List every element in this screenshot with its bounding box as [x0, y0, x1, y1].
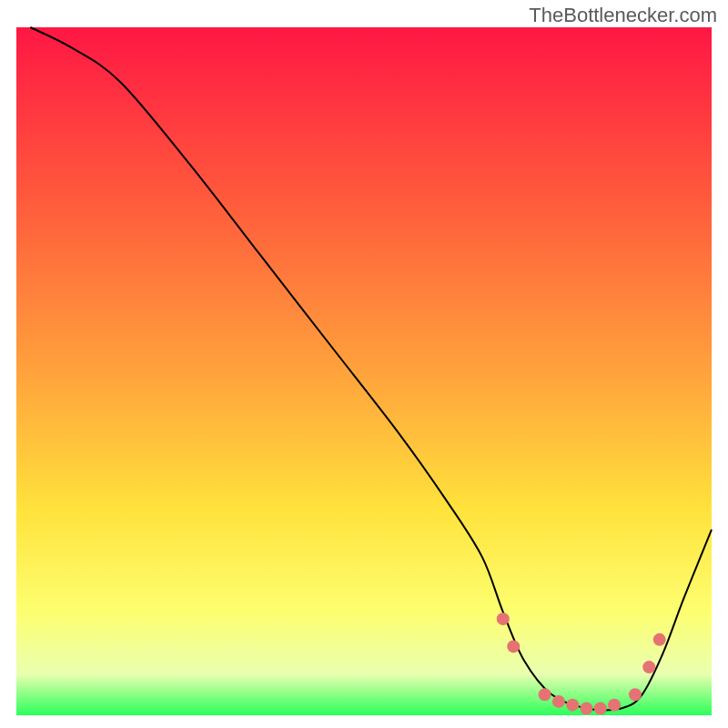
highlight-dot	[539, 688, 551, 701]
watermark-text: TheBottlenecker.com	[529, 4, 717, 27]
bottleneck-chart	[0, 0, 728, 728]
gradient-background	[16, 27, 712, 715]
chart-container: TheBottlenecker.com	[0, 0, 728, 728]
highlight-dot	[653, 633, 666, 646]
highlight-dot	[497, 612, 510, 625]
highlight-dot	[552, 695, 565, 708]
highlight-dot	[594, 702, 607, 714]
highlight-dot	[608, 699, 621, 712]
highlight-dot	[566, 699, 579, 712]
highlight-dot	[580, 702, 592, 714]
highlight-dot	[507, 640, 520, 652]
highlight-dot	[629, 688, 642, 701]
highlight-dot	[642, 661, 655, 673]
